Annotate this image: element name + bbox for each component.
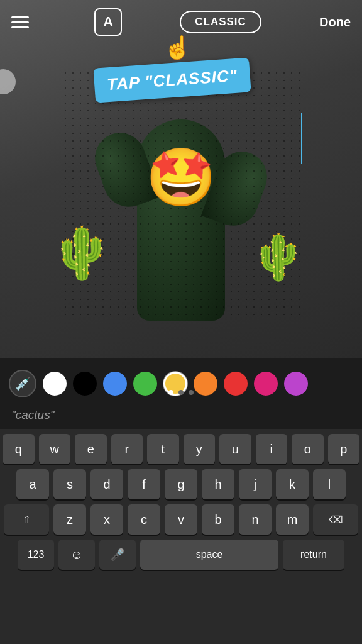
- dot-3: [189, 390, 194, 395]
- mic-key[interactable]: 🎤: [99, 540, 136, 570]
- keyboard-row-2: a s d f g h j k l: [0, 469, 362, 499]
- dot-2: [178, 390, 184, 395]
- key-j[interactable]: j: [239, 469, 272, 499]
- key-x[interactable]: x: [90, 504, 123, 535]
- cactus-left-emoji: 🌵: [50, 224, 113, 283]
- key-i[interactable]: i: [256, 434, 288, 464]
- key-e[interactable]: e: [75, 434, 107, 464]
- canvas-area: TAP "CLASSIC" ☝️ 🌵 🌵 🤩: [0, 0, 362, 358]
- key-z[interactable]: z: [53, 504, 86, 535]
- numbers-key[interactable]: 123: [18, 540, 54, 570]
- emoji-icon: ☺: [70, 548, 83, 562]
- filter-pill-button[interactable]: CLASSIC: [180, 11, 261, 33]
- key-o[interactable]: o: [292, 434, 324, 464]
- keyboard: q w e r t y u i o p a s d f g h j k l ⇧ …: [0, 429, 362, 644]
- key-a[interactable]: a: [16, 469, 49, 499]
- mic-icon: 🎤: [111, 548, 124, 562]
- key-m[interactable]: m: [276, 504, 309, 535]
- keyboard-row-3: ⇧ z x c v b n m ⌫: [0, 504, 362, 535]
- text-input-area[interactable]: "cactus": [0, 401, 362, 429]
- color-page-dots: [168, 390, 194, 395]
- key-p[interactable]: p: [328, 434, 360, 464]
- key-v[interactable]: v: [165, 504, 197, 535]
- shift-key[interactable]: ⇧: [4, 504, 49, 535]
- text-tool-button[interactable]: A: [94, 8, 122, 36]
- key-h[interactable]: h: [202, 469, 234, 499]
- keyboard-bottom-row: 123 ☺ 🎤 space return: [0, 540, 362, 570]
- color-swatch-green[interactable]: [133, 372, 157, 396]
- color-swatch-orange[interactable]: [194, 372, 217, 396]
- key-s[interactable]: s: [53, 469, 86, 499]
- key-d[interactable]: d: [90, 469, 123, 499]
- key-k[interactable]: k: [276, 469, 309, 499]
- done-button[interactable]: Done: [319, 15, 351, 30]
- color-swatch-blue[interactable]: [103, 372, 127, 396]
- text-cursor: [301, 113, 302, 164]
- star-eyes-emoji: 🤩: [146, 145, 216, 211]
- eyedropper-icon: 💉: [15, 376, 31, 391]
- color-swatch-pink[interactable]: [254, 372, 278, 396]
- shift-icon: ⇧: [23, 514, 31, 526]
- eyedropper-button[interactable]: 💉: [9, 370, 36, 397]
- filter-label: CLASSIC: [195, 16, 246, 28]
- text-tool-label: A: [103, 14, 113, 30]
- top-bar: A CLASSIC Done: [0, 0, 362, 44]
- key-l[interactable]: l: [313, 469, 346, 499]
- menu-button[interactable]: [11, 9, 36, 35]
- key-q[interactable]: q: [3, 434, 35, 464]
- return-key[interactable]: return: [283, 540, 344, 570]
- key-y[interactable]: y: [184, 434, 216, 464]
- color-swatch-purple[interactable]: [284, 372, 308, 396]
- text-input-placeholder: "cactus": [11, 408, 54, 422]
- key-r[interactable]: r: [111, 434, 143, 464]
- key-g[interactable]: g: [165, 469, 197, 499]
- key-f[interactable]: f: [128, 469, 160, 499]
- dot-1: [168, 390, 173, 395]
- space-key[interactable]: space: [140, 540, 278, 570]
- cactus-right-emoji: 🌵: [251, 231, 305, 283]
- key-t[interactable]: t: [147, 434, 179, 464]
- emoji-key[interactable]: ☺: [58, 540, 95, 570]
- key-n[interactable]: n: [239, 504, 272, 535]
- delete-icon: ⌫: [329, 514, 343, 526]
- key-w[interactable]: w: [39, 434, 71, 464]
- key-u[interactable]: u: [219, 434, 251, 464]
- key-c[interactable]: c: [128, 504, 160, 535]
- color-swatch-red[interactable]: [224, 372, 248, 396]
- delete-key[interactable]: ⌫: [313, 504, 358, 535]
- color-swatch-white[interactable]: [43, 372, 67, 396]
- color-swatch-black[interactable]: [73, 372, 97, 396]
- key-b[interactable]: b: [202, 504, 234, 535]
- keyboard-row-1: q w e r t y u i o p: [0, 434, 362, 464]
